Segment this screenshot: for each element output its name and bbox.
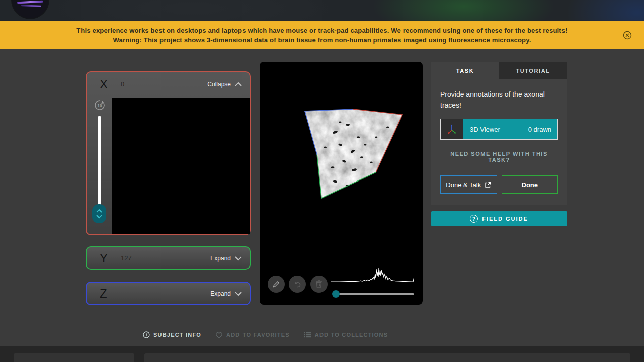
add-to-collections-link[interactable]: ADD TO COLLECTIONS <box>304 332 388 338</box>
contrast-slider-handle[interactable] <box>332 290 340 298</box>
pencil-icon <box>272 280 280 288</box>
help-prompt: NEED SOME HELP WITH THIS TASK? <box>440 151 558 163</box>
task-instruction: Provide annotations of the axonal traces… <box>440 89 558 111</box>
tool-teal-bar: 3D Viewer 0 drawn <box>463 119 557 139</box>
subject-toolbar: SUBJECT INFO ADD TO FAVORITES ADD TO COL… <box>143 331 388 338</box>
warning-banner: This experience works best on desktops a… <box>0 21 644 49</box>
hero-header <box>0 0 644 21</box>
project-logo[interactable] <box>12 0 48 18</box>
expand-label: Expand <box>210 255 231 262</box>
trash-icon <box>315 280 323 288</box>
chevron-down-icon <box>96 214 103 219</box>
expand-button[interactable]: Expand <box>210 255 243 262</box>
axis-y-label: Y <box>100 251 108 265</box>
task-actions: Done & Talk Done <box>440 175 558 194</box>
logo-artwork <box>21 5 41 7</box>
x-slider-stepper[interactable] <box>92 204 106 223</box>
task-panel: TASK TUTORIAL Provide annotations of the… <box>431 62 567 205</box>
field-guide-button[interactable]: ? FIELD GUIDE <box>431 211 567 226</box>
question-mark-icon: ? <box>470 215 478 223</box>
chevron-down-icon <box>234 291 243 296</box>
tab-task[interactable]: TASK <box>431 62 499 79</box>
undo-arrow-icon <box>293 281 302 288</box>
done-talk-label: Done & Talk <box>446 181 481 189</box>
done-and-talk-button[interactable]: Done & Talk <box>440 175 497 194</box>
task-tab-row: TASK TUTORIAL <box>431 62 567 79</box>
subject-info-link[interactable]: SUBJECT INFO <box>143 331 201 338</box>
tool-3d-viewer-row[interactable]: 3D Viewer 0 drawn <box>440 119 558 140</box>
undo-button[interactable] <box>289 276 306 293</box>
external-link-icon <box>485 182 491 188</box>
logo-artwork <box>17 1 43 4</box>
tool-drawn-count: 0 drawn <box>528 126 551 133</box>
chevron-up-icon <box>96 209 103 213</box>
subject-info-label: SUBJECT INFO <box>153 332 201 338</box>
axis-panel-x: X 0 Collapse 10 <box>86 71 251 235</box>
axis-panel-y-header: Y 127 Expand <box>87 247 250 269</box>
chevron-up-icon <box>234 82 243 87</box>
field-guide-label: FIELD GUIDE <box>482 216 528 222</box>
tab-tutorial[interactable]: TUTORIAL <box>499 62 567 79</box>
tool-label: 3D Viewer <box>470 126 500 133</box>
axis-panel-x-header: X 0 Collapse <box>87 72 250 96</box>
heart-icon <box>215 332 223 338</box>
bottom-card <box>14 353 134 362</box>
x-slider-track[interactable] <box>98 116 101 206</box>
bottom-section <box>0 346 644 362</box>
contrast-slider-track[interactable] <box>334 293 414 295</box>
collections-list-icon <box>304 332 311 338</box>
delete-trash-button[interactable] <box>310 276 328 293</box>
banner-line-2: Warning: This project shows 3-dimensiona… <box>113 36 531 44</box>
banner-line-1: This experience works best on desktops a… <box>76 27 568 34</box>
add-favorites-label: ADD TO FAVORITES <box>226 332 290 338</box>
intensity-histogram <box>331 266 415 283</box>
add-collections-label: ADD TO COLLECTIONS <box>315 332 388 338</box>
close-icon[interactable] <box>623 31 632 40</box>
info-icon <box>143 331 150 338</box>
chevron-down-icon <box>234 256 243 261</box>
axes-3d-icon <box>441 119 463 139</box>
bottom-card <box>144 353 630 362</box>
axis-panel-y: Y 127 Expand <box>86 246 251 270</box>
axis-x-value: 0 <box>121 80 124 88</box>
task-body: Provide annotations of the axonal traces… <box>431 79 567 205</box>
axis-y-value: 127 <box>121 254 132 262</box>
axis-x-label: X <box>100 77 108 92</box>
expand-label: Expand <box>210 290 231 297</box>
x-slice-image[interactable] <box>112 98 250 234</box>
done-button[interactable]: Done <box>502 175 558 194</box>
axis-panel-z: Z Expand <box>86 282 251 305</box>
add-to-favorites-link[interactable]: ADD TO FAVORITES <box>215 332 290 338</box>
axis-z-label: Z <box>100 287 107 301</box>
collapse-button[interactable]: Collapse <box>207 81 243 88</box>
collapse-label: Collapse <box>207 81 231 88</box>
loop-10-icon[interactable]: 10 <box>94 99 106 111</box>
loop-10-number: 10 <box>97 103 102 108</box>
expand-button[interactable]: Expand <box>210 290 243 297</box>
3d-viewer-canvas[interactable] <box>260 62 423 305</box>
axis-panel-z-header: Z Expand <box>87 283 250 304</box>
draw-pencil-button[interactable] <box>268 276 285 293</box>
